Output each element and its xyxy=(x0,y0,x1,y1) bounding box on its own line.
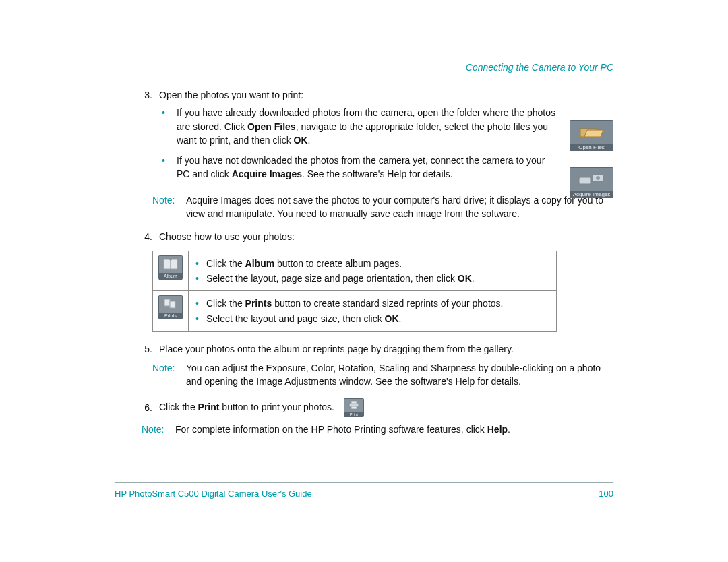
note-body: Acquire Images does not save the photos … xyxy=(186,193,613,221)
footer-rule xyxy=(115,482,613,483)
acquire-images-icon: Acquire Images xyxy=(570,167,613,198)
svg-rect-2 xyxy=(579,177,591,184)
svg-rect-6 xyxy=(170,301,175,308)
table-bullet: • Select the layout and page size, then … xyxy=(195,312,549,325)
svg-rect-9 xyxy=(351,406,357,409)
bullet-dot-icon: • xyxy=(159,106,177,119)
step-5: 5. Place your photos onto the album or r… xyxy=(115,342,613,356)
table-bullet: • Click the Album button to create album… xyxy=(195,257,549,270)
note-2: Note: You can adjust the Exposure, Color… xyxy=(152,361,613,389)
step-number: 3. xyxy=(115,88,159,188)
section-heading: Connecting the Camera to Your PC xyxy=(115,62,613,73)
svg-point-4 xyxy=(596,176,600,180)
step-number: 5. xyxy=(115,342,159,356)
step-number: 6. xyxy=(115,401,159,414)
svg-rect-8 xyxy=(351,401,357,404)
open-files-caption: Open Files xyxy=(570,144,613,151)
album-icon: Album xyxy=(158,255,183,280)
note-body: You can adjust the Exposure, Color, Rota… xyxy=(186,361,613,389)
svg-marker-1 xyxy=(584,130,603,137)
print-icon: Print xyxy=(344,398,364,417)
prints-icon: Prints xyxy=(158,295,183,319)
bullet-dot-icon: • xyxy=(159,154,177,167)
note-3: Note: For complete information on the HP… xyxy=(142,423,613,436)
step-4: 4. Choose how to use your photos: xyxy=(115,230,613,243)
step-3-bullet-1: • If you have already downloaded photos … xyxy=(159,106,613,147)
prints-caption: Prints xyxy=(159,313,182,319)
bullet-dot-icon: • xyxy=(195,257,206,270)
bullet-dot-icon: • xyxy=(195,272,206,285)
header-rule xyxy=(115,77,613,77)
svg-rect-5 xyxy=(164,299,170,306)
print-caption: Print xyxy=(344,412,363,417)
note-1: Note: Acquire Images does not save the p… xyxy=(152,193,613,221)
acquire-images-caption: Acquire Images xyxy=(570,191,613,198)
table-bullet: • Click the Prints button to create stan… xyxy=(195,296,549,310)
content-body: 3. Open the photos you want to print: • … xyxy=(115,88,613,436)
page-footer: HP PhotoSmart C500 Digital Camera User's… xyxy=(115,482,613,499)
options-table: Album • Click the Album button to create… xyxy=(152,251,557,332)
page-number: 100 xyxy=(599,489,613,499)
step-6: 6. Click the Print button to print your … xyxy=(115,398,613,417)
footer-guide-title: HP PhotoSmart C500 Digital Camera User's… xyxy=(115,489,312,499)
bullet-dot-icon: • xyxy=(195,312,206,325)
step-4-intro: Choose how to use your photos: xyxy=(159,231,295,242)
page-content: Connecting the Camera to Your PC Open Fi… xyxy=(115,62,613,445)
album-caption: Album xyxy=(159,273,182,280)
table-bullet: • Select the layout, page size and page … xyxy=(195,272,549,285)
open-files-icon: Open Files xyxy=(570,120,613,151)
step-3-bullet-2: • If you have not downloaded the photos … xyxy=(159,154,613,181)
note-label: Note: xyxy=(152,361,186,389)
bullet-dot-icon: • xyxy=(195,296,206,310)
note-label: Note: xyxy=(152,193,186,221)
note-label: Note: xyxy=(142,423,175,436)
step-5-text: Place your photos onto the album or repr… xyxy=(159,342,613,356)
step-number: 4. xyxy=(115,230,159,243)
table-row: Prints • Click the Prints button to crea… xyxy=(153,291,557,332)
step-3: 3. Open the photos you want to print: • … xyxy=(115,88,613,188)
table-row: Album • Click the Album button to create… xyxy=(153,251,557,291)
step-3-intro: Open the photos you want to print: xyxy=(159,90,303,100)
